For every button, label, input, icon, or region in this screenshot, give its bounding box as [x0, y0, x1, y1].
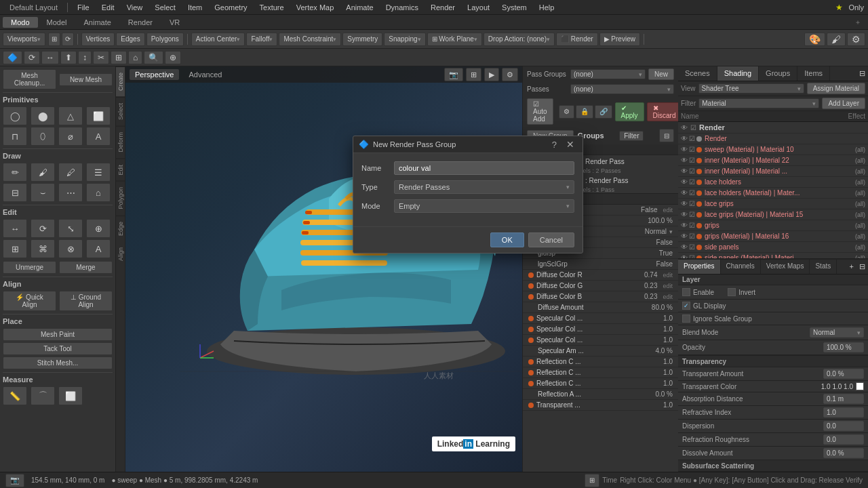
menu-vertex-map[interactable]: Vertex Map: [291, 2, 340, 13]
edit-smooth[interactable]: ⌘: [31, 239, 55, 258]
lock-icon[interactable]: 🔒: [576, 105, 593, 119]
tab-modo[interactable]: Modo: [3, 17, 38, 28]
draw-edge[interactable]: ⋯: [58, 183, 83, 202]
vp-render-icon[interactable]: ▶: [484, 68, 499, 81]
prim-disk[interactable]: ⬯: [31, 127, 55, 146]
shader-item-4[interactable]: 👁☑lace holders(all): [678, 177, 868, 188]
stb-icon-5[interactable]: ↕: [78, 51, 92, 64]
tb-icon-1[interactable]: ⊞: [48, 33, 60, 46]
side-tab-edit[interactable]: Edit: [116, 159, 125, 181]
menu-dynamics[interactable]: Dynamics: [380, 2, 424, 13]
prim-cube[interactable]: ⬜: [86, 106, 111, 125]
view-dropdown[interactable]: Shader Tree▾: [698, 83, 804, 94]
draw-fill[interactable]: ⌂: [86, 183, 111, 202]
tab-groups[interactable]: Groups: [759, 66, 797, 81]
stitch-btn[interactable]: Stitch Mesh...: [3, 357, 113, 369]
tab-model[interactable]: Model: [39, 17, 75, 28]
status-camera-icon[interactable]: 📷: [5, 474, 24, 487]
tack-tool-btn[interactable]: Tack Tool: [3, 342, 113, 355]
menu-select[interactable]: Select: [149, 2, 181, 13]
edit-rotate[interactable]: ⟳: [31, 219, 55, 238]
tb-right-icons-3[interactable]: ⚙: [847, 33, 865, 46]
auto-add-btn[interactable]: ☑ Auto Add: [527, 98, 553, 125]
opacity-input[interactable]: 100.0 %: [823, 342, 864, 352]
tab-items[interactable]: Items: [797, 66, 830, 81]
enable-checkbox[interactable]: [682, 288, 690, 296]
draw-lasso[interactable]: ⌣: [31, 183, 55, 202]
mat-row-diffb[interactable]: Diffuse Color B 0.23 edit: [523, 291, 678, 302]
vp-grid-icon[interactable]: ⊞: [466, 68, 481, 81]
prim-circle[interactable]: ◯: [3, 106, 27, 125]
menu-geometry[interactable]: Geometry: [209, 2, 252, 13]
status-icons-group[interactable]: ⊞: [585, 474, 599, 487]
menu-help[interactable]: Help: [534, 2, 560, 13]
dialog-help-btn[interactable]: ?: [549, 140, 559, 150]
expand-icon[interactable]: ⊟: [856, 66, 868, 81]
vp-settings-icon[interactable]: ⚙: [502, 68, 518, 81]
tb-work-plane[interactable]: ⊞ Work Plane ▾: [427, 33, 482, 46]
shader-item-6[interactable]: 👁☑lace grips(all): [678, 199, 868, 209]
viewports-btn[interactable]: Viewports ▾: [3, 33, 45, 46]
shader-item-9[interactable]: 👁☑grips (Material) | Material 16(all): [678, 231, 868, 242]
shader-item-10[interactable]: 👁☑side panels(all): [678, 242, 868, 253]
tb-preview[interactable]: ▶ Preview: [599, 33, 640, 46]
tb-snapping[interactable]: Snapping ▾: [384, 33, 425, 46]
tb-right-icons-2[interactable]: 🖌: [827, 33, 846, 46]
menu-view[interactable]: View: [121, 2, 149, 13]
side-tab-align[interactable]: Align: [116, 242, 125, 266]
mat-row-refl2[interactable]: Reflection C ... 1.0: [523, 367, 678, 378]
measure-cube[interactable]: ⬜: [58, 386, 83, 405]
new-btn[interactable]: New: [648, 68, 674, 80]
edit-transform[interactable]: ⊕: [86, 219, 111, 238]
mat-row-refla[interactable]: Reflection A ... 0.0 %: [523, 389, 678, 400]
settings-icon[interactable]: ⚙: [559, 105, 574, 119]
apply-btn[interactable]: ✔ Apply: [615, 102, 644, 121]
dialog-type-dropdown[interactable]: Render Passes ▾: [394, 180, 574, 194]
stb-icon-2[interactable]: ⟳: [24, 51, 40, 64]
measure-ruler[interactable]: 📏: [3, 386, 27, 405]
shader-item-5[interactable]: 👁☑lace holders (Material) | Mater...(all…: [678, 188, 868, 199]
blend-mode-dropdown[interactable]: Normal ▾: [810, 327, 864, 338]
tb-action-center[interactable]: Action Center ▾: [191, 33, 245, 46]
draw-rect[interactable]: ⊟: [3, 183, 27, 202]
refraction-rough-input[interactable]: 0.0: [823, 434, 864, 445]
prop-add-icon[interactable]: +: [847, 260, 856, 274]
viewport[interactable]: Perspective Advanced 📷 ⊞ ▶ ⚙: [125, 66, 522, 472]
menu-edit[interactable]: Edit: [96, 2, 120, 13]
new-mesh-btn[interactable]: New Mesh: [59, 73, 113, 86]
prop-tab-vertex-maps[interactable]: Vertex Maps: [761, 260, 810, 274]
invert-checkbox[interactable]: [728, 288, 736, 296]
mat-edit-diffg[interactable]: edit: [663, 283, 673, 289]
prop-tab-channels[interactable]: Channels: [721, 260, 761, 274]
quick-align-btn[interactable]: ⚡ Quick Align: [3, 291, 56, 311]
plus-icon[interactable]: ＋: [854, 18, 861, 27]
stb-icon-4[interactable]: ⬆: [60, 51, 77, 64]
discard-btn[interactable]: ✖ Discard: [647, 102, 682, 121]
tab-animate[interactable]: Animate: [76, 17, 119, 28]
assign-material-btn[interactable]: Assign Material: [807, 83, 865, 94]
edit-extrude[interactable]: A: [86, 239, 111, 258]
draw-brush[interactable]: 🖌: [31, 163, 55, 182]
mesh-paint-btn[interactable]: Mesh Paint: [3, 328, 113, 341]
tab-scenes[interactable]: Scenes: [678, 66, 717, 81]
side-tab-select[interactable]: Select: [116, 97, 125, 125]
shader-item-2[interactable]: 👁☑inner (Material) | Material 22(all): [678, 155, 868, 166]
tb-render[interactable]: ⬛ Render: [556, 33, 598, 46]
tab-vr[interactable]: VR: [161, 17, 188, 28]
side-tab-polygon[interactable]: Polygon: [116, 181, 125, 215]
link-icon[interactable]: 🔗: [595, 105, 612, 119]
prim-cylinder[interactable]: ⊓: [3, 127, 27, 146]
stb-icon-7[interactable]: ⊞: [111, 51, 127, 64]
mat-row-refl3[interactable]: Reflection C ... 1.0: [523, 378, 678, 389]
ignore-scale-checkbox[interactable]: [682, 314, 690, 323]
prim-sphere[interactable]: ⬤: [31, 106, 55, 125]
side-tab-edge[interactable]: Edge: [116, 216, 125, 241]
prop-tab-properties[interactable]: Properties: [678, 260, 721, 274]
unmerge-btn[interactable]: Unmerge: [3, 261, 56, 274]
stb-expand[interactable]: ⊕: [165, 51, 181, 64]
mat-edit-diffb[interactable]: edit: [663, 293, 673, 300]
mat-edit-enable[interactable]: edit: [663, 207, 673, 214]
tb-icon-2[interactable]: ⟳: [62, 33, 74, 46]
viewport-tab-advanced[interactable]: Advanced: [183, 69, 227, 80]
stb-icon-1[interactable]: 🔷: [3, 51, 22, 64]
